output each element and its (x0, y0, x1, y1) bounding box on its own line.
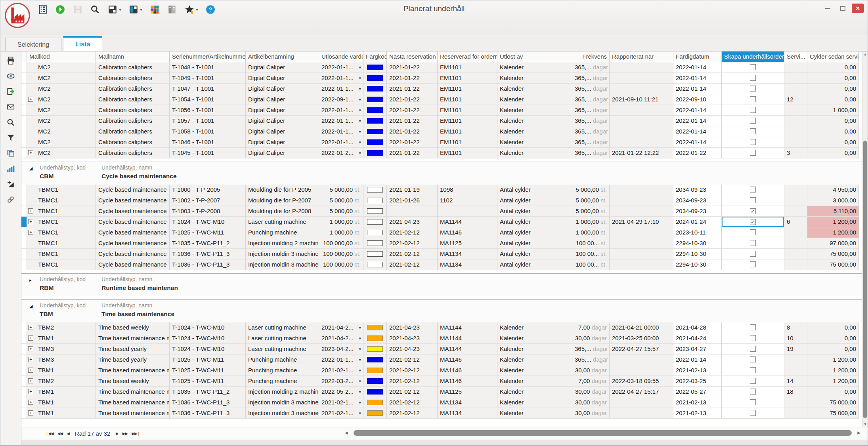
pager-next-button[interactable]: ▶ (116, 431, 119, 436)
checkbox-unchecked[interactable] (750, 197, 756, 203)
cell-farg[interactable] (363, 105, 387, 116)
cell-servi[interactable] (784, 185, 807, 195)
cell-serie[interactable]: T-1000 - T-P-2005 (170, 185, 246, 195)
cell-nasta[interactable]: 2021-01-22 (387, 137, 438, 148)
cell-cykler[interactable]: 75 000,00 (807, 397, 859, 408)
link-icon[interactable] (6, 194, 16, 205)
cell-frek[interactable]: 5 000,00 st. (572, 195, 610, 206)
cell-ordernr[interactable]: EM1101 (438, 73, 497, 84)
cell-farg[interactable] (363, 227, 387, 238)
checkbox-unchecked[interactable] (750, 229, 756, 235)
row-expand-icon[interactable]: + (28, 335, 33, 341)
dropdown-caret-icon[interactable]: ▾ (359, 129, 361, 134)
cell-mallnamn[interactable]: Cycle based maintenance (96, 238, 170, 249)
cell-artikel[interactable]: Punching machine (246, 227, 319, 238)
group-row[interactable]: ◢Underhållstyp, kodTBMUnderhållstyp, nam… (21, 299, 862, 322)
row-marker[interactable] (21, 62, 27, 73)
cell-mallkod[interactable]: MC2 (27, 137, 96, 148)
cell-frek[interactable]: 365,... dagar (572, 73, 610, 84)
cell-rapp[interactable] (610, 73, 673, 84)
cell-utl[interactable]: 2021-02-1...▾ (319, 397, 363, 408)
cell-serie[interactable]: T-1036 - T-WC-P11_3 (170, 249, 246, 259)
table-row[interactable]: MC2Calibration caliphersT-1049 - T-1001D… (21, 73, 862, 84)
cell-mallnamn[interactable]: Time based maintenance m... (96, 397, 170, 408)
cell-skapa[interactable] (722, 62, 784, 73)
cell-artikel[interactable]: Digital Caliper (246, 148, 319, 158)
cell-utl[interactable]: 2022-01-1...▾ (319, 116, 363, 126)
dropdown-caret-icon[interactable]: ▾ (359, 151, 361, 156)
table-row[interactable]: TBMC1Cycle based maintenanceT-1002 - T-P… (21, 195, 862, 206)
cell-serie[interactable]: T-1047 - T-1001 (170, 84, 246, 94)
cell-mallnamn[interactable]: Time based weekly (96, 376, 170, 387)
dropdown-caret-icon[interactable]: ▾ (359, 368, 361, 373)
cell-artikel[interactable]: Laser cutting machine (246, 322, 319, 333)
cell-servi[interactable]: 14 (784, 376, 807, 387)
table-row[interactable]: +MC2Calibration caliphersT-1045 - T-1001… (21, 148, 862, 158)
cell-rapp[interactable] (610, 355, 673, 365)
cell-utlost[interactable]: Kalender (497, 84, 572, 94)
cell-fardig[interactable]: 2034-09-23 (673, 206, 722, 217)
cell-ordernr[interactable] (438, 206, 497, 217)
cell-cykler[interactable]: 0,00 (807, 322, 859, 333)
cell-cykler[interactable]: 0,00 (807, 126, 859, 137)
row-marker[interactable] (21, 387, 27, 397)
cell-farg[interactable] (363, 365, 387, 376)
dropdown-caret-icon[interactable]: ▾ (359, 118, 361, 124)
cell-skapa[interactable] (722, 116, 784, 126)
cell-mallkod[interactable]: +TBM1 (27, 397, 96, 408)
cell-mallkod[interactable]: +TBM1 (27, 387, 96, 397)
cell-artikel[interactable]: Injection molding 2 machine (246, 238, 319, 249)
cell-skapa[interactable] (722, 84, 784, 94)
cell-artikel[interactable]: Injection moldin 3 machine (246, 397, 319, 408)
dropdown-caret-icon[interactable]: ▾ (359, 411, 361, 416)
cell-nasta[interactable]: 2021-01-19 (387, 185, 438, 195)
cell-utl[interactable]: 100 000,00 st. (319, 238, 363, 249)
table-row[interactable]: +TBMC1Cycle based maintenanceT-1003 - T-… (21, 206, 862, 217)
cell-fardig[interactable]: 2023-04-27 (673, 344, 722, 355)
row-marker[interactable] (21, 397, 27, 408)
cell-artikel[interactable]: Digital Caliper (246, 105, 319, 116)
cell-mallkod[interactable]: +TBMC1 (27, 217, 96, 227)
cell-utlost[interactable]: Kalender (497, 397, 572, 408)
cell-mallnamn[interactable]: Time based maintenance m... (96, 365, 170, 376)
cell-fardig[interactable]: 2022-01-14 (673, 73, 722, 84)
col-header-mallnamn[interactable]: Mallnamn (96, 51, 170, 62)
cell-fardig[interactable]: 2022-03-25 (673, 376, 722, 387)
cell-nasta[interactable]: 2021-01-22 (387, 94, 438, 105)
cell-skapa[interactable] (722, 333, 784, 344)
cell-rapp[interactable]: 2022-03-18 09:55 (610, 376, 673, 387)
cell-farg[interactable] (363, 344, 387, 355)
cell-nasta[interactable]: 2021-04-23 (387, 333, 438, 344)
cell-artikel[interactable]: Digital Caliper (246, 137, 319, 148)
cell-utlost[interactable]: Kalender (497, 376, 572, 387)
cell-rapp[interactable] (610, 365, 673, 376)
cell-skapa[interactable] (722, 376, 784, 387)
cell-mallnamn[interactable]: Calibration caliphers (96, 62, 170, 73)
cell-ordernr[interactable]: 1098 (438, 185, 497, 195)
cell-mallkod[interactable]: +MC2 (27, 94, 96, 105)
cell-farg[interactable] (363, 84, 387, 94)
cell-rapp[interactable]: 2021-04-29 17:10 (610, 217, 673, 227)
cell-nasta[interactable] (387, 206, 438, 217)
cell-utlost[interactable]: Kalender (497, 105, 572, 116)
cell-ordernr[interactable]: MA1125 (438, 387, 497, 397)
table-row[interactable]: +TBMC1Cycle based maintenanceT-1024 - T-… (21, 217, 862, 227)
table-row[interactable]: TBMC1Cycle based maintenanceT-1036 - T-W… (21, 259, 862, 270)
cell-utl[interactable]: 2021-04-2...▾ (319, 322, 363, 333)
checkbox-unchecked[interactable] (750, 128, 756, 134)
cell-fardig[interactable]: 2022-09-10 (673, 94, 722, 105)
cell-mallnamn[interactable]: Cycle based maintenance (96, 217, 170, 227)
cell-serie[interactable]: T-1046 - T-1001 (170, 137, 246, 148)
cell-farg[interactable] (363, 206, 387, 217)
cell-rapp[interactable] (610, 195, 673, 206)
scroll-left-icon[interactable]: ◀ (345, 431, 348, 435)
copy-icon[interactable] (6, 148, 16, 158)
cell-nasta[interactable]: 2021-02-12 (387, 387, 438, 397)
row-marker[interactable] (21, 126, 27, 137)
cell-ordernr[interactable]: MA1146 (438, 365, 497, 376)
cell-rapp[interactable] (610, 105, 673, 116)
cell-utlost[interactable]: Kalender (497, 333, 572, 344)
cell-mallnamn[interactable]: Time based yearly (96, 355, 170, 365)
cell-utlost[interactable]: Kalender (497, 73, 572, 84)
cell-ordernr[interactable]: EM1101 (438, 137, 497, 148)
